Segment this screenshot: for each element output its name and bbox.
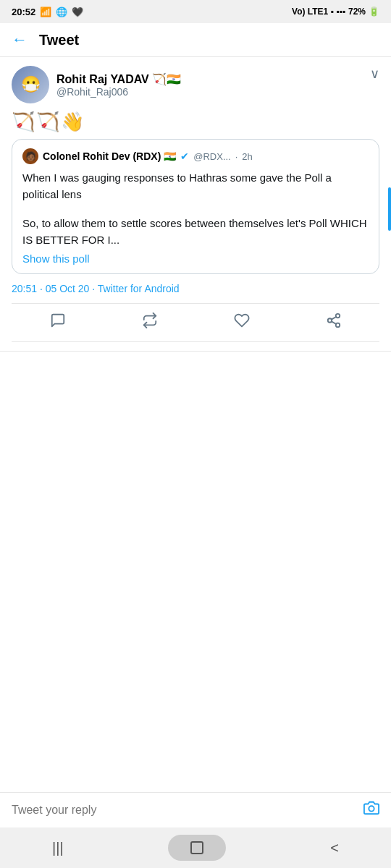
quote-time: 2h	[242, 151, 252, 162]
status-bar: 20:52 📶 🌐 🖤 Vo) LTE1 ▪️ ▪️▪️▪️ 72% 🔋	[0, 0, 391, 23]
reply-button[interactable]	[50, 312, 66, 333]
status-signal: Vo) LTE1 ▪️ ▪️▪️▪️	[292, 7, 345, 17]
nav-home-icon	[190, 841, 203, 854]
tweet-container: 😷 Rohit Raj YADAV 🏹🇮🇳 @Rohit_Raj006 ∨ 🏹🏹…	[0, 57, 391, 352]
status-battery-icon: 🔋	[369, 7, 379, 17]
camera-icon[interactable]	[363, 800, 379, 820]
status-network-icon2: 🌐	[56, 7, 67, 17]
svg-point-5	[369, 806, 374, 811]
nav-home-button[interactable]	[168, 835, 226, 861]
quoted-flag-emoji: 🇮🇳	[164, 150, 176, 162]
user-info: 😷 Rohit Raj YADAV 🏹🇮🇳 @Rohit_Raj006	[12, 66, 181, 103]
username: @Rohit_Raj006	[56, 86, 181, 98]
retweet-button[interactable]	[142, 312, 158, 333]
user-details: Rohit Raj YADAV 🏹🇮🇳 @Rohit_Raj006	[56, 72, 181, 98]
timestamp-link[interactable]: Twitter for Android	[98, 283, 180, 294]
quoted-avatar: 🧑🏾	[22, 148, 38, 164]
status-battery: 72%	[348, 7, 366, 17]
action-bar	[12, 303, 379, 342]
quoted-handle: @RDX...	[193, 151, 230, 162]
like-button[interactable]	[234, 312, 250, 333]
reply-input[interactable]	[12, 804, 355, 817]
quoted-text-1: When I was gauging responses to Hathras …	[22, 170, 369, 203]
show-poll-link[interactable]: Show this poll	[22, 252, 369, 265]
nav-bar: ||| <	[0, 827, 391, 868]
nav-back-button[interactable]: <	[330, 840, 339, 856]
nav-menu-button[interactable]: |||	[52, 840, 64, 856]
avatar: 😷	[12, 66, 49, 103]
tweet-header: ← Tweet	[0, 23, 391, 57]
status-network-icons: 📶	[40, 7, 51, 17]
svg-line-4	[331, 317, 335, 320]
quote-separator: ·	[235, 151, 238, 162]
empty-space	[0, 352, 391, 684]
tweet-timestamp: 20:51 · 05 Oct 20 · Twitter for Android	[12, 283, 379, 294]
display-name: Rohit Raj YADAV 🏹🇮🇳	[56, 72, 181, 86]
chevron-down-icon[interactable]: ∨	[370, 66, 379, 82]
scroll-indicator	[388, 187, 391, 231]
tweet-emoji-row: 🏹🏹👋	[12, 111, 379, 133]
quoted-author-name: Colonel Rohit Dev (RDX) 🇮🇳	[43, 150, 176, 162]
quoted-user-row: 🧑🏾 Colonel Rohit Dev (RDX) 🇮🇳 ✔ @RDX... …	[22, 148, 369, 164]
reply-bar	[0, 792, 391, 827]
verified-badge: ✔	[180, 150, 189, 162]
avatar-emoji: 😷	[21, 75, 41, 94]
quoted-text-2: So, to allow them to settle scores betwe…	[22, 216, 369, 248]
status-time: 20:52	[12, 7, 35, 17]
display-name-emojis: 🏹🇮🇳	[152, 73, 181, 85]
status-heart-icon: 🖤	[72, 7, 83, 17]
tweet-user-row: 😷 Rohit Raj YADAV 🏹🇮🇳 @Rohit_Raj006 ∨	[12, 66, 379, 103]
page-title: Tweet	[39, 32, 79, 48]
back-button[interactable]: ←	[12, 30, 28, 49]
share-button[interactable]	[326, 312, 342, 333]
svg-line-3	[331, 321, 335, 324]
quoted-tweet[interactable]: 🧑🏾 Colonel Rohit Dev (RDX) 🇮🇳 ✔ @RDX... …	[12, 139, 379, 274]
